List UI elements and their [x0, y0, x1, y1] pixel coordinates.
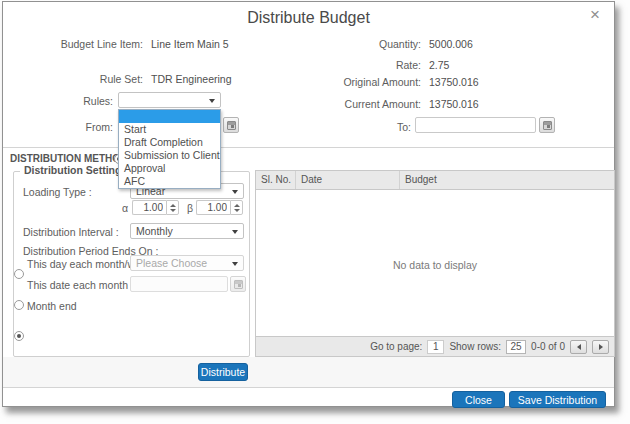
footer-divider [3, 387, 614, 388]
save-distribution-button[interactable]: Save Distribution [509, 391, 606, 408]
chevron-down-icon [209, 99, 215, 103]
budget-line-item-value: Line Item Main 5 [151, 38, 229, 50]
calendar-icon [543, 121, 552, 130]
day-each-week-radio[interactable] [14, 269, 24, 279]
rules-select[interactable] [118, 92, 221, 108]
distribute-budget-dialog: Distribute Budget × Budget Line Item: Li… [2, 1, 615, 407]
alpha-input[interactable] [132, 200, 166, 215]
month-end-label: Month end [27, 300, 77, 312]
spinner-arrows-icon[interactable] [230, 200, 243, 215]
loading-type-label: Loading Type : [23, 186, 92, 198]
date-each-month-label: This date each month [27, 279, 128, 291]
rule-set-value: TDR Engineering [151, 73, 232, 85]
rules-option-submission-to-client[interactable]: Submission to Client [119, 149, 220, 162]
original-amount-label: Original Amount: [285, 76, 421, 88]
chevron-down-icon [232, 230, 238, 234]
calendar-icon [227, 121, 236, 130]
distribution-settings-legend: Distribution Settings [20, 164, 131, 176]
grid-header: Sl. No. Date Budget [256, 171, 614, 190]
day-each-week-value: Please Choose [136, 257, 207, 269]
dialog-title: Distribute Budget [3, 9, 614, 27]
alpha-stepper[interactable] [132, 200, 179, 215]
rules-option-blank[interactable] [119, 110, 220, 123]
arrow-left-icon [577, 344, 581, 350]
rules-option-draft-completion[interactable]: Draft Completion [119, 136, 220, 149]
distribution-grid: Sl. No. Date Budget No data to display G… [255, 170, 615, 357]
arrow-right-icon [599, 344, 603, 350]
alpha-label: α [122, 202, 128, 214]
close-icon[interactable]: × [590, 6, 600, 23]
current-amount-value: 13750.016 [429, 98, 479, 110]
quantity-label: Quantity: [285, 38, 421, 50]
calendar-icon [234, 280, 243, 289]
spinner-arrows-icon[interactable] [166, 200, 179, 215]
distribute-button[interactable]: Distribute [198, 363, 248, 381]
rate-value: 2.75 [429, 59, 449, 71]
column-header-slno[interactable]: Sl. No. [256, 171, 296, 189]
rules-option-afc[interactable]: AFC [119, 175, 220, 188]
page-number-input[interactable] [427, 340, 444, 354]
rules-dropdown-list: Start Draft Completion Submission to Cli… [118, 109, 221, 189]
rules-label: Rules: [9, 95, 113, 107]
section-divider [3, 147, 614, 148]
budget-line-item-label: Budget Line Item: [9, 38, 143, 50]
to-date-input[interactable] [415, 117, 536, 133]
column-header-budget[interactable]: Budget [400, 171, 614, 189]
beta-input[interactable] [196, 200, 230, 215]
previous-page-button[interactable] [570, 340, 587, 354]
rules-option-approval[interactable]: Approval [119, 162, 220, 175]
rate-label: Rate: [285, 59, 421, 71]
rows-per-page-input[interactable] [506, 340, 526, 354]
beta-stepper[interactable] [196, 200, 243, 215]
chevron-down-icon [232, 262, 238, 266]
footer-band [3, 357, 614, 387]
current-amount-label: Current Amount: [285, 98, 421, 110]
distribution-interval-label: Distribution Interval : [23, 226, 119, 238]
from-label: From: [9, 121, 113, 133]
from-calendar-button[interactable] [223, 117, 239, 133]
date-each-month-input[interactable] [130, 276, 228, 292]
column-header-date[interactable]: Date [296, 171, 400, 189]
beta-label: β [187, 202, 193, 214]
chevron-down-icon [232, 190, 238, 194]
day-each-week-select[interactable]: Please Choose [130, 255, 244, 271]
to-label: To: [285, 121, 411, 133]
month-end-radio[interactable] [14, 331, 24, 341]
go-to-page-label: Go to page: [370, 341, 422, 352]
distribution-interval-select[interactable]: Monthly [130, 223, 244, 239]
next-page-button[interactable] [592, 340, 609, 354]
show-rows-label: Show rows: [449, 341, 501, 352]
rules-option-start[interactable]: Start [119, 123, 220, 136]
to-calendar-button[interactable] [539, 117, 555, 133]
date-each-month-calendar-button[interactable] [230, 276, 246, 292]
date-each-month-radio[interactable] [14, 300, 24, 310]
pagination-bar: Go to page: Show rows: 0-0 of 0 [256, 336, 614, 356]
distribution-interval-value: Monthly [136, 225, 173, 237]
close-button[interactable]: Close [452, 391, 505, 408]
quantity-value: 5000.006 [429, 38, 473, 50]
original-amount-value: 13750.016 [429, 76, 479, 88]
row-range-text: 0-0 of 0 [531, 341, 565, 352]
empty-table-message: No data to display [256, 259, 614, 271]
rule-set-label: Rule Set: [9, 73, 143, 85]
